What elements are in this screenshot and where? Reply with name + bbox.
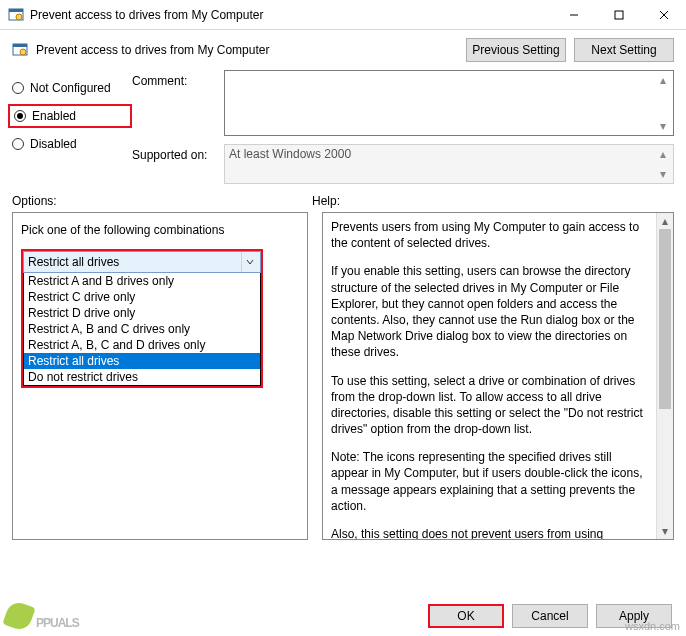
watermark-logo: PPUALS xyxy=(2,599,79,634)
combo-option[interactable]: Restrict A, B and C drives only xyxy=(24,321,260,337)
radio-enabled[interactable]: Enabled xyxy=(10,104,76,128)
comment-input[interactable]: ▴ ▾ xyxy=(224,70,674,136)
lower-pane: Pick one of the following combinations R… xyxy=(0,210,686,540)
drives-combobox[interactable]: Restrict all drives xyxy=(23,251,261,273)
combo-option[interactable]: Restrict A, B, C and D drives only xyxy=(24,337,260,353)
combo-option-selected[interactable]: Restrict all drives xyxy=(24,353,260,369)
supported-label: Supported on: xyxy=(132,144,224,184)
help-text: Prevents users from using My Computer to… xyxy=(331,219,651,540)
close-button[interactable] xyxy=(641,0,686,29)
radio-label: Enabled xyxy=(32,109,76,123)
leaf-icon xyxy=(2,599,36,633)
svg-rect-4 xyxy=(615,11,623,19)
help-para: Also, this setting does not prevent user… xyxy=(331,526,651,540)
scroll-up-icon[interactable]: ▴ xyxy=(657,213,673,229)
chevron-down-icon xyxy=(241,252,258,272)
options-label: Options: xyxy=(12,194,312,208)
policy-window-icon xyxy=(8,7,24,23)
svg-point-9 xyxy=(20,49,26,55)
combo-highlight: Restrict all drives Restrict A and B dri… xyxy=(21,249,263,388)
upper-pane: Not Configured Enabled Disabled Comment:… xyxy=(0,66,686,192)
svg-rect-1 xyxy=(9,9,23,12)
header: Prevent access to drives from My Compute… xyxy=(0,30,686,66)
previous-setting-button[interactable]: Previous Setting xyxy=(466,38,566,62)
combo-option[interactable]: Restrict D drive only xyxy=(24,305,260,321)
section-labels: Options: Help: xyxy=(0,192,686,210)
window-controls xyxy=(551,0,686,29)
ok-button[interactable]: OK xyxy=(428,604,504,628)
help-para: If you enable this setting, users can br… xyxy=(331,263,651,360)
supported-row: Supported on: At least Windows 2000 ▴ ▾ xyxy=(132,144,674,184)
radio-icon xyxy=(12,138,24,150)
watermark-url: wsxdn.com xyxy=(625,620,680,632)
scroll-down-icon[interactable]: ▾ xyxy=(657,523,673,539)
help-label: Help: xyxy=(312,194,674,208)
scroll-up-icon[interactable]: ▴ xyxy=(655,72,671,88)
options-panel: Pick one of the following combinations R… xyxy=(12,212,308,540)
policy-icon xyxy=(12,42,28,58)
enabled-highlight: Enabled xyxy=(8,104,132,128)
supported-text: At least Windows 2000 xyxy=(229,147,351,161)
radio-disabled[interactable]: Disabled xyxy=(12,132,132,156)
help-panel: Prevents users from using My Computer to… xyxy=(322,212,674,540)
radio-label: Not Configured xyxy=(30,81,111,95)
help-para: Note: The icons representing the specifi… xyxy=(331,449,651,514)
svg-point-2 xyxy=(16,14,22,20)
help-scrollbar[interactable]: ▴ ▾ xyxy=(656,213,673,539)
watermark-text: PPUALS xyxy=(36,616,79,630)
radio-icon xyxy=(14,110,26,122)
cancel-button[interactable]: Cancel xyxy=(512,604,588,628)
help-para: To use this setting, select a drive or c… xyxy=(331,373,651,438)
next-setting-button[interactable]: Next Setting xyxy=(574,38,674,62)
combo-option[interactable]: Restrict C drive only xyxy=(24,289,260,305)
combo-dropdown: Restrict A and B drives only Restrict C … xyxy=(23,273,261,386)
radio-not-configured[interactable]: Not Configured xyxy=(12,76,132,100)
help-para: Prevents users from using My Computer to… xyxy=(331,219,651,251)
combo-option[interactable]: Restrict A and B drives only xyxy=(24,273,260,289)
radio-label: Disabled xyxy=(30,137,77,151)
radio-icon xyxy=(12,82,24,94)
svg-rect-8 xyxy=(13,44,27,47)
policy-name: Prevent access to drives from My Compute… xyxy=(36,43,458,57)
scroll-down-icon[interactable]: ▾ xyxy=(655,118,671,134)
scroll-thumb[interactable] xyxy=(659,229,671,409)
fields-column: Comment: ▴ ▾ Supported on: At least Wind… xyxy=(132,70,674,192)
maximize-button[interactable] xyxy=(596,0,641,29)
comment-row: Comment: ▴ ▾ xyxy=(132,70,674,136)
state-column: Not Configured Enabled Disabled xyxy=(12,70,132,192)
combo-selected: Restrict all drives xyxy=(28,255,119,269)
window-title: Prevent access to drives from My Compute… xyxy=(30,8,551,22)
scroll-up-icon: ▴ xyxy=(655,146,671,162)
titlebar: Prevent access to drives from My Compute… xyxy=(0,0,686,30)
supported-display: At least Windows 2000 ▴ ▾ xyxy=(224,144,674,184)
scroll-down-icon: ▾ xyxy=(655,166,671,182)
comment-label: Comment: xyxy=(132,70,224,136)
option-title: Pick one of the following combinations xyxy=(21,223,299,237)
combo-option[interactable]: Do not restrict drives xyxy=(24,369,260,385)
minimize-button[interactable] xyxy=(551,0,596,29)
